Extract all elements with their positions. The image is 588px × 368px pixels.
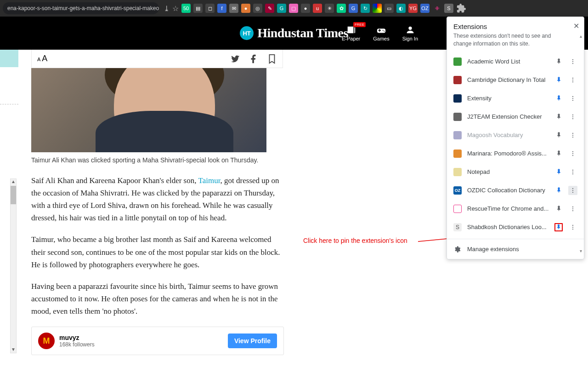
header-right-nav: FREE E-Paper Games Sign In <box>342 25 418 41</box>
manage-extensions-button[interactable]: Manage extensions <box>447 239 584 259</box>
bookmark-icon[interactable] <box>267 54 277 64</box>
left-gutter: ▲ ▼ <box>0 50 18 368</box>
more-icon[interactable] <box>568 94 577 103</box>
pin-icon-pinned[interactable] <box>554 94 563 103</box>
svg-point-10 <box>572 116 573 117</box>
view-profile-button[interactable]: View Profile <box>228 334 277 348</box>
ext-icon[interactable]: ● <box>241 4 250 13</box>
gamepad-icon <box>376 25 386 35</box>
embed-username[interactable]: muvyz <box>59 334 95 341</box>
facebook-icon[interactable] <box>249 54 259 64</box>
pin-icon-unpinned[interactable] <box>554 131 563 139</box>
ext-icon[interactable]: ◎ <box>253 4 262 13</box>
article-paragraph: Having been a paparazzi favourite since … <box>31 280 284 318</box>
svg-point-18 <box>572 169 573 170</box>
pin-icon-unpinned[interactable] <box>554 205 563 213</box>
brand-text: Hindustan Times <box>257 26 348 40</box>
ext-icon[interactable]: u <box>313 4 322 13</box>
ext-icon[interactable]: ✎ <box>265 4 274 13</box>
ext-icon[interactable]: ✳ <box>325 4 334 13</box>
extension-row[interactable]: Extensity <box>447 89 584 108</box>
ext-icon[interactable]: YG <box>408 4 418 13</box>
extension-icon <box>453 131 462 139</box>
article-hero-image <box>31 68 266 152</box>
more-icon[interactable] <box>568 75 577 85</box>
ext-icon[interactable]: ✿ <box>337 4 346 13</box>
extension-row[interactable]: SShabdkosh Dictionaries Loo... <box>447 218 584 236</box>
extension-row[interactable]: RescueTime for Chrome and... <box>447 200 584 218</box>
extension-row[interactable]: Magoosh Vocabulary <box>447 126 584 144</box>
extension-name: OZDIC Collocation Dictionary <box>467 187 549 194</box>
svg-point-25 <box>572 208 573 209</box>
scroll-down-icon[interactable]: ▾ <box>577 248 584 253</box>
ad-scrollbar[interactable]: ▲ ▼ <box>10 178 17 353</box>
extension-row[interactable]: OZOZDIC Collocation Dictionary <box>447 181 584 200</box>
brand[interactable]: HT Hindustan Times <box>240 26 348 40</box>
ext-icon[interactable] <box>373 4 382 13</box>
pin-icon-pinned[interactable] <box>554 168 563 176</box>
more-icon[interactable] <box>568 57 577 66</box>
font-size-toggle[interactable]: AA <box>37 54 47 63</box>
nav-signin[interactable]: Sign In <box>402 25 418 41</box>
twitter-icon[interactable] <box>230 54 240 64</box>
more-icon[interactable] <box>568 186 577 195</box>
pin-icon-pinned[interactable] <box>554 223 563 231</box>
gear-icon <box>453 246 461 253</box>
ext-icon[interactable]: ▢ <box>289 4 298 13</box>
more-icon[interactable] <box>568 112 577 121</box>
svg-point-26 <box>572 210 573 211</box>
pin-icon-pinned[interactable] <box>554 76 563 84</box>
ext-icon[interactable]: S <box>444 4 453 13</box>
ext-icon[interactable]: 50 <box>181 4 191 13</box>
nav-epaper[interactable]: FREE E-Paper <box>342 25 360 41</box>
svg-point-0 <box>572 59 573 60</box>
svg-point-15 <box>572 151 573 152</box>
extension-name: J2TEAM Extension Checker <box>467 113 549 120</box>
extension-row[interactable]: Notepad <box>447 163 584 181</box>
ext-icon[interactable]: ● <box>301 4 310 13</box>
svg-point-2 <box>572 63 573 64</box>
download-icon[interactable]: ⤓ <box>164 4 170 13</box>
nav-games[interactable]: Games <box>373 25 389 41</box>
popup-scrollbar[interactable]: ▴ ▾ <box>577 34 584 253</box>
scroll-up-icon[interactable]: ▴ <box>577 34 584 39</box>
ext-icon[interactable]: OZ <box>420 4 430 13</box>
extension-row[interactable]: Marinara: Pomodoro® Assis... <box>447 144 584 163</box>
extension-icon <box>453 58 462 66</box>
more-icon[interactable] <box>568 167 577 177</box>
pin-icon-unpinned[interactable] <box>554 150 563 158</box>
inline-link-taimur[interactable]: Taimur <box>198 176 220 185</box>
address-bar[interactable]: ena-kapoor-s-son-taimur-gets-a-maha-shiv… <box>3 2 159 14</box>
ext-icon[interactable]: f <box>217 4 226 13</box>
annotation-text: Click here to pin the extension's icon <box>303 237 407 244</box>
more-icon[interactable] <box>568 149 577 158</box>
pin-icon-unpinned[interactable] <box>554 113 563 121</box>
ext-icon[interactable]: G <box>349 4 358 13</box>
more-icon[interactable] <box>568 131 577 140</box>
ext-icon[interactable]: G <box>277 4 286 13</box>
more-icon[interactable] <box>568 223 577 232</box>
ext-icon[interactable]: ◻ <box>205 4 215 13</box>
user-icon <box>405 25 415 35</box>
article-image-caption: Taimur Ali Khan was clicked sporting a M… <box>31 156 284 165</box>
ext-icon[interactable]: ▤ <box>193 4 203 13</box>
extensions-list: Academic Word ListCambridge Dictionary I… <box>447 52 584 239</box>
svg-point-29 <box>572 229 573 230</box>
extension-row[interactable]: Academic Word List <box>447 52 584 71</box>
ext-icon[interactable]: ↻ <box>361 4 370 13</box>
ext-icon[interactable]: ✙ <box>432 4 441 13</box>
svg-point-19 <box>572 172 573 172</box>
ext-icon[interactable]: ◐ <box>396 4 406 13</box>
star-icon[interactable]: ☆ <box>172 4 179 13</box>
close-icon[interactable]: ✕ <box>573 22 579 30</box>
ext-icon[interactable]: ▭ <box>384 4 394 13</box>
pin-icon-unpinned[interactable] <box>554 58 563 66</box>
browser-tab-strip: ena-kapoor-s-son-taimur-gets-a-maha-shiv… <box>0 0 588 17</box>
pin-icon-pinned[interactable] <box>554 186 563 195</box>
more-icon[interactable] <box>568 204 577 213</box>
ext-icon[interactable]: ✉ <box>229 4 238 13</box>
extensions-puzzle-icon[interactable] <box>456 3 466 13</box>
extension-row[interactable]: Cambridge Dictionary In Total <box>447 71 584 89</box>
extensions-popup-title: Extensions <box>453 23 577 30</box>
extension-row[interactable]: J2TEAM Extension Checker <box>447 108 584 126</box>
